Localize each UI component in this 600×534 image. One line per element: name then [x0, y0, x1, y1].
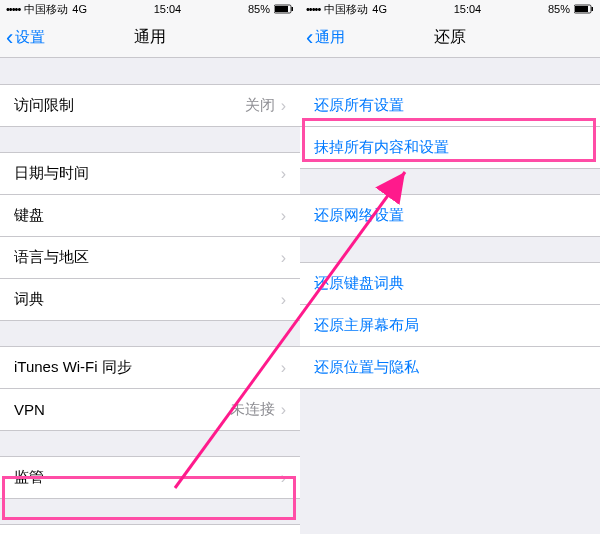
- battery-icon: [574, 4, 594, 14]
- cell-keyboard[interactable]: 键盘 ›: [0, 194, 300, 237]
- status-left: ••••• 中国移动 4G: [306, 2, 387, 17]
- cell-reset-all-settings[interactable]: 还原所有设置: [300, 84, 600, 127]
- network-label: 4G: [372, 3, 387, 15]
- chevron-left-icon: ‹: [306, 27, 313, 49]
- left-phone-general: ••••• 中国移动 4G 15:04 85% ‹ 设置 通用 访问限制 关闭 …: [0, 0, 300, 534]
- chevron-right-icon: ›: [281, 291, 286, 309]
- cell-label: 还原网络设置: [314, 206, 404, 225]
- chevron-left-icon: ‹: [6, 27, 13, 49]
- battery-percent: 85%: [548, 3, 570, 15]
- cell-label: 日期与时间: [14, 164, 89, 183]
- status-right: 85%: [248, 3, 294, 15]
- cell-label: 语言与地区: [14, 248, 89, 267]
- chevron-right-icon: ›: [281, 165, 286, 183]
- signal-dots-icon: •••••: [6, 3, 20, 15]
- nav-bar: ‹ 设置 通用: [0, 18, 300, 58]
- chevron-right-icon: ›: [281, 249, 286, 267]
- cell-reset-network[interactable]: 还原网络设置: [300, 194, 600, 237]
- nav-back-label: 通用: [315, 28, 345, 47]
- cell-vpn[interactable]: VPN 未连接 ›: [0, 388, 300, 431]
- status-bar: ••••• 中国移动 4G 15:04 85%: [300, 0, 600, 18]
- network-label: 4G: [72, 3, 87, 15]
- cell-itunes-wifi[interactable]: iTunes Wi-Fi 同步 ›: [0, 346, 300, 389]
- carrier-label: 中国移动: [24, 2, 68, 17]
- chevron-right-icon: ›: [281, 97, 286, 115]
- cell-label: 监管: [14, 468, 44, 487]
- status-bar: ••••• 中国移动 4G 15:04 85%: [0, 0, 300, 18]
- chevron-right-icon: ›: [281, 207, 286, 225]
- svg-rect-2: [275, 6, 288, 12]
- cell-label: 抹掉所有内容和设置: [314, 138, 449, 157]
- cell-label: VPN: [14, 401, 45, 418]
- cell-label: 键盘: [14, 206, 44, 225]
- carrier-label: 中国移动: [324, 2, 368, 17]
- cell-label: 访问限制: [14, 96, 74, 115]
- cell-label: 还原所有设置: [314, 96, 404, 115]
- cell-value: 关闭: [245, 96, 275, 115]
- svg-rect-4: [591, 7, 593, 11]
- cell-reset-location-privacy[interactable]: 还原位置与隐私: [300, 346, 600, 389]
- cell-dictionary[interactable]: 词典 ›: [0, 278, 300, 321]
- cell-lang-region[interactable]: 语言与地区 ›: [0, 236, 300, 279]
- cell-label: iTunes Wi-Fi 同步: [14, 358, 132, 377]
- right-phone-reset: ••••• 中国移动 4G 15:04 85% ‹ 通用 还原 还原所有设置 抹…: [300, 0, 600, 534]
- nav-back-label: 设置: [15, 28, 45, 47]
- nav-bar: ‹ 通用 还原: [300, 18, 600, 58]
- cell-access-restrictions[interactable]: 访问限制 关闭 ›: [0, 84, 300, 127]
- battery-icon: [274, 4, 294, 14]
- status-right: 85%: [548, 3, 594, 15]
- status-left: ••••• 中国移动 4G: [6, 2, 87, 17]
- status-time: 15:04: [154, 3, 182, 15]
- cell-label: 还原主屏幕布局: [314, 316, 419, 335]
- nav-title: 还原: [434, 27, 466, 48]
- cell-value: 未连接: [230, 400, 275, 419]
- chevron-right-icon: ›: [281, 469, 286, 487]
- cell-reset[interactable]: 还原 ›: [0, 524, 300, 534]
- cell-supervision[interactable]: 监管 ›: [0, 456, 300, 499]
- cell-label: 词典: [14, 290, 44, 309]
- reset-content[interactable]: 还原所有设置 抹掉所有内容和设置 还原网络设置 还原键盘词典 还原主屏幕布局 还…: [300, 58, 600, 534]
- settings-content[interactable]: 访问限制 关闭 › 日期与时间 › 键盘 › 语言与地区 › 词典 › iTun…: [0, 58, 300, 534]
- cell-date-time[interactable]: 日期与时间 ›: [0, 152, 300, 195]
- status-time: 15:04: [454, 3, 482, 15]
- chevron-right-icon: ›: [281, 401, 286, 419]
- cell-erase-all[interactable]: 抹掉所有内容和设置: [300, 126, 600, 169]
- cell-reset-keyboard-dict[interactable]: 还原键盘词典: [300, 262, 600, 305]
- signal-dots-icon: •••••: [306, 3, 320, 15]
- nav-back-button[interactable]: ‹ 设置: [6, 27, 45, 49]
- svg-rect-1: [291, 7, 293, 11]
- svg-rect-5: [575, 6, 588, 12]
- cell-label: 还原位置与隐私: [314, 358, 419, 377]
- battery-percent: 85%: [248, 3, 270, 15]
- chevron-right-icon: ›: [281, 359, 286, 377]
- cell-reset-home-layout[interactable]: 还原主屏幕布局: [300, 304, 600, 347]
- cell-label: 还原键盘词典: [314, 274, 404, 293]
- nav-back-button[interactable]: ‹ 通用: [306, 27, 345, 49]
- nav-title: 通用: [134, 27, 166, 48]
